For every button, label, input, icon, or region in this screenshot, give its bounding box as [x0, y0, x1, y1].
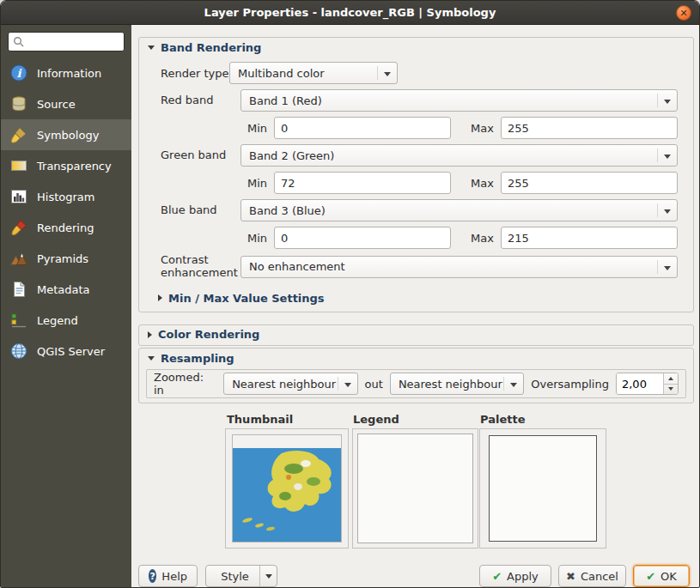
oversampling-spinner [616, 373, 679, 395]
titlebar[interactable]: Layer Properties - landcover_RGB | Symbo… [1, 1, 699, 25]
blue-min-input[interactable] [274, 227, 451, 249]
out-label: out [365, 378, 383, 391]
rendering-icon [9, 217, 29, 238]
sidebar-item-label: Symbology [37, 129, 99, 142]
blue-max-input[interactable] [501, 227, 678, 249]
apply-button[interactable]: ✔ Apply [479, 565, 551, 587]
search-input[interactable] [27, 36, 119, 48]
green-max-input[interactable] [501, 172, 678, 194]
cancel-button[interactable]: ✖ Cancel [558, 565, 626, 587]
sidebar-item-label: QGIS Server [37, 345, 105, 358]
red-max-input[interactable] [501, 117, 678, 139]
sidebar-item-metadata[interactable]: Metadata [1, 274, 131, 305]
style-dropdown-arrow[interactable] [259, 566, 277, 586]
zoomed-out-select[interactable]: Nearest neighbour [390, 373, 524, 395]
cancel-x-icon: ✖ [566, 570, 575, 583]
oversampling-input[interactable] [617, 373, 663, 394]
blue-band-row: Blue band Band 3 (Blue) [161, 199, 678, 221]
thumbnail-box [225, 428, 349, 549]
source-icon [9, 94, 29, 114]
red-min-input[interactable] [274, 117, 451, 139]
resampling-header[interactable]: Resampling [139, 349, 693, 365]
spin-down-button[interactable] [664, 385, 678, 395]
sidebar-item-rendering[interactable]: Rendering [1, 212, 131, 243]
oversampling-label: Oversampling [531, 378, 609, 391]
band-rendering-title: Band Rendering [161, 41, 261, 54]
collapse-arrow-icon [148, 356, 155, 361]
green-band-value: Band 2 (Green) [249, 149, 334, 162]
help-label: Help [161, 570, 187, 583]
sidebar-item-qgis-server[interactable]: QGIS Server [1, 336, 131, 367]
color-rendering-header[interactable]: Color Rendering [139, 325, 693, 341]
band-rendering-header[interactable]: Band Rendering [139, 38, 693, 54]
green-band-select[interactable]: Band 2 (Green) [240, 144, 678, 167]
color-rendering-group: Color Rendering [138, 324, 694, 346]
blue-band-label: Blue band [161, 204, 240, 217]
ok-button[interactable]: ✔ OK [633, 565, 690, 587]
ok-label: OK [660, 570, 677, 583]
spin-up-button[interactable] [664, 373, 678, 385]
red-band-row: Red band Band 1 (Red) [161, 89, 678, 112]
blue-minmax-row: Min Max [243, 227, 678, 249]
contrast-select[interactable]: No enhancement [240, 256, 678, 278]
sidebar-search[interactable] [8, 32, 125, 52]
blue-band-select[interactable]: Band 3 (Blue) [240, 199, 678, 221]
zoomed-out-value: Nearest neighbour [399, 378, 502, 391]
zoomed-in-select[interactable]: Nearest neighbour [223, 373, 357, 395]
green-max-label: Max [468, 177, 494, 190]
color-rendering-title: Color Rendering [158, 328, 259, 341]
close-button[interactable]: ✕ [676, 5, 691, 21]
thumbnail-image [232, 434, 342, 543]
server-icon [9, 341, 29, 361]
pyramids-icon [9, 248, 29, 269]
legend-label: Legend [353, 413, 399, 426]
contrast-row: Contrast enhancement No enhancement [161, 254, 678, 280]
sidebar-item-label: Histogram [37, 191, 94, 203]
red-band-label: Red band [161, 94, 240, 107]
layer-properties-dialog: Layer Properties - landcover_RGB | Symbo… [0, 0, 700, 588]
sidebar-item-histogram[interactable]: Histogram [1, 181, 131, 212]
zoomed-in-label: Zoomed: in [154, 371, 216, 397]
render-type-row: Render type Multiband color [161, 62, 678, 84]
red-max-label: Max [468, 122, 494, 135]
chevron-down-icon [265, 574, 272, 579]
help-button[interactable]: ? Help [138, 565, 198, 587]
green-min-input[interactable] [274, 172, 451, 194]
palette-box [479, 428, 606, 549]
thumbnail-label: Thumbnail [227, 413, 293, 426]
palette-preview-area [489, 435, 597, 542]
sidebar-item-label: Rendering [37, 221, 94, 234]
legend-box [352, 428, 478, 549]
sidebar-item-source[interactable]: Source [1, 88, 131, 119]
render-type-select[interactable]: Multiband color [229, 62, 398, 84]
sidebar-item-symbology[interactable]: Symbology [1, 119, 131, 150]
contrast-value: No enhancement [249, 260, 345, 273]
sidebar-item-label: Information [37, 67, 101, 80]
info-icon: i [9, 63, 29, 83]
red-band-select[interactable]: Band 1 (Red) [240, 89, 678, 112]
search-icon [13, 36, 24, 47]
sidebar-nav: i Information Source Symbology Transpare… [1, 58, 131, 367]
style-label: Style [221, 570, 249, 583]
style-button[interactable]: Style [205, 565, 277, 587]
apply-label: Apply [507, 570, 539, 583]
resampling-title: Resampling [161, 352, 234, 365]
expand-arrow-icon [158, 294, 162, 301]
close-icon: ✕ [679, 9, 687, 18]
legend-preview-area [357, 433, 473, 543]
minmax-settings-label: Min / Max Value Settings [168, 292, 325, 305]
red-minmax-row: Min Max [243, 117, 678, 139]
minmax-settings-toggle[interactable]: Min / Max Value Settings [158, 292, 678, 305]
sidebar-item-label: Pyramids [37, 252, 88, 265]
sidebar-item-label: Source [37, 98, 76, 111]
sidebar-item-information[interactable]: i Information [1, 58, 131, 88]
sidebar-item-transparency[interactable]: Transparency [1, 150, 131, 181]
red-band-value: Band 1 (Red) [249, 94, 322, 107]
palette-label: Palette [480, 413, 525, 426]
sidebar-item-pyramids[interactable]: Pyramids [1, 243, 131, 274]
symbology-icon [9, 124, 29, 145]
histogram-icon [9, 186, 29, 207]
sidebar-item-legend[interactable]: Legend [1, 305, 131, 336]
green-band-row: Green band Band 2 (Green) [161, 144, 678, 167]
help-icon: ? [149, 569, 156, 583]
